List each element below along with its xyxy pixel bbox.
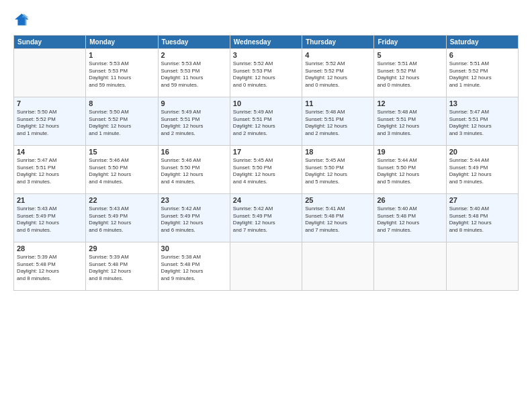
calendar-cell: 24Sunrise: 5:42 AM Sunset: 5:49 PM Dayli… [230, 194, 302, 242]
day-info: Sunrise: 5:48 AM Sunset: 5:51 PM Dayligh… [305, 109, 371, 137]
day-number: 13 [449, 99, 515, 107]
day-number: 28 [17, 244, 83, 253]
day-number: 30 [161, 244, 227, 253]
calendar-cell: 30Sunrise: 5:38 AM Sunset: 5:48 PM Dayli… [158, 242, 230, 291]
calendar-cell: 1Sunrise: 5:53 AM Sunset: 5:53 PM Daylig… [86, 49, 158, 97]
day-info: Sunrise: 5:45 AM Sunset: 5:50 PM Dayligh… [305, 157, 371, 185]
calendar-cell: 3Sunrise: 5:52 AM Sunset: 5:53 PM Daylig… [230, 49, 302, 97]
weekday-header-thursday: Thursday [302, 36, 374, 49]
day-info: Sunrise: 5:52 AM Sunset: 5:53 PM Dayligh… [233, 60, 299, 89]
day-number: 22 [89, 196, 154, 204]
calendar-cell: 22Sunrise: 5:43 AM Sunset: 5:49 PM Dayli… [86, 194, 158, 242]
calendar-cell: 5Sunrise: 5:51 AM Sunset: 5:52 PM Daylig… [374, 49, 446, 97]
day-info: Sunrise: 5:38 AM Sunset: 5:48 PM Dayligh… [161, 254, 227, 282]
calendar-cell: 16Sunrise: 5:46 AM Sunset: 5:50 PM Dayli… [158, 146, 230, 194]
calendar-cell: 4Sunrise: 5:52 AM Sunset: 5:52 PM Daylig… [302, 49, 374, 97]
day-info: Sunrise: 5:47 AM Sunset: 5:51 PM Dayligh… [17, 157, 83, 185]
day-info: Sunrise: 5:43 AM Sunset: 5:49 PM Dayligh… [17, 205, 83, 234]
calendar-cell: 20Sunrise: 5:44 AM Sunset: 5:49 PM Dayli… [446, 146, 518, 194]
day-number: 3 [233, 51, 299, 59]
calendar-cell: 26Sunrise: 5:40 AM Sunset: 5:48 PM Dayli… [374, 194, 446, 242]
calendar-cell: 18Sunrise: 5:45 AM Sunset: 5:50 PM Dayli… [302, 146, 374, 194]
day-number: 19 [377, 148, 443, 156]
day-number: 21 [17, 196, 83, 204]
day-number: 18 [305, 148, 371, 156]
calendar-cell: 19Sunrise: 5:44 AM Sunset: 5:50 PM Dayli… [374, 146, 446, 194]
weekday-header-saturday: Saturday [446, 36, 518, 49]
week-row-2: 7Sunrise: 5:50 AM Sunset: 5:52 PM Daylig… [14, 97, 519, 146]
day-info: Sunrise: 5:39 AM Sunset: 5:48 PM Dayligh… [17, 254, 83, 282]
calendar-cell: 9Sunrise: 5:49 AM Sunset: 5:51 PM Daylig… [158, 97, 230, 146]
day-number: 26 [377, 196, 443, 204]
day-info: Sunrise: 5:49 AM Sunset: 5:51 PM Dayligh… [233, 109, 299, 137]
day-info: Sunrise: 5:40 AM Sunset: 5:48 PM Dayligh… [377, 205, 443, 234]
calendar-cell: 25Sunrise: 5:41 AM Sunset: 5:48 PM Dayli… [302, 194, 374, 242]
calendar-cell: 28Sunrise: 5:39 AM Sunset: 5:48 PM Dayli… [14, 242, 86, 291]
day-info: Sunrise: 5:42 AM Sunset: 5:49 PM Dayligh… [233, 205, 299, 234]
calendar-cell: 2Sunrise: 5:53 AM Sunset: 5:53 PM Daylig… [158, 49, 230, 97]
day-info: Sunrise: 5:42 AM Sunset: 5:49 PM Dayligh… [161, 205, 227, 234]
calendar-cell: 8Sunrise: 5:50 AM Sunset: 5:52 PM Daylig… [86, 97, 158, 146]
weekday-header-friday: Friday [374, 36, 446, 49]
day-number: 14 [17, 148, 83, 156]
calendar-cell: 17Sunrise: 5:45 AM Sunset: 5:50 PM Dayli… [230, 146, 302, 194]
week-row-3: 14Sunrise: 5:47 AM Sunset: 5:51 PM Dayli… [14, 146, 519, 194]
day-info: Sunrise: 5:44 AM Sunset: 5:50 PM Dayligh… [377, 157, 443, 185]
logo-icon [15, 12, 30, 27]
day-number: 27 [449, 196, 515, 204]
week-row-4: 21Sunrise: 5:43 AM Sunset: 5:49 PM Dayli… [14, 194, 519, 242]
day-number: 16 [161, 148, 227, 156]
week-row-1: 1Sunrise: 5:53 AM Sunset: 5:53 PM Daylig… [14, 49, 519, 97]
day-info: Sunrise: 5:45 AM Sunset: 5:50 PM Dayligh… [233, 157, 299, 185]
weekday-header-monday: Monday [86, 36, 158, 49]
day-number: 9 [161, 99, 227, 107]
calendar-cell [230, 242, 302, 291]
day-info: Sunrise: 5:43 AM Sunset: 5:49 PM Dayligh… [89, 205, 154, 234]
day-info: Sunrise: 5:53 AM Sunset: 5:53 PM Dayligh… [89, 60, 154, 89]
calendar-cell [374, 242, 446, 291]
day-number: 24 [233, 196, 299, 204]
day-number: 11 [305, 99, 371, 107]
day-info: Sunrise: 5:53 AM Sunset: 5:53 PM Dayligh… [161, 60, 227, 89]
day-number: 10 [233, 99, 299, 107]
calendar-cell: 23Sunrise: 5:42 AM Sunset: 5:49 PM Dayli… [158, 194, 230, 242]
logo [13, 12, 31, 30]
day-number: 23 [161, 196, 227, 204]
day-info: Sunrise: 5:44 AM Sunset: 5:49 PM Dayligh… [449, 157, 515, 185]
day-number: 7 [17, 99, 83, 107]
calendar-cell [446, 242, 518, 291]
day-number: 1 [89, 51, 154, 59]
weekday-header-wednesday: Wednesday [230, 36, 302, 49]
day-number: 6 [449, 51, 515, 59]
header [13, 12, 519, 30]
weekday-header-row: SundayMondayTuesdayWednesdayThursdayFrid… [14, 36, 519, 49]
day-number: 17 [233, 148, 299, 156]
calendar-cell: 15Sunrise: 5:46 AM Sunset: 5:50 PM Dayli… [86, 146, 158, 194]
day-info: Sunrise: 5:48 AM Sunset: 5:51 PM Dayligh… [377, 109, 443, 137]
calendar-cell: 14Sunrise: 5:47 AM Sunset: 5:51 PM Dayli… [14, 146, 86, 194]
page: SundayMondayTuesdayWednesdayThursdayFrid… [0, 0, 532, 411]
day-number: 4 [305, 51, 371, 59]
day-number: 29 [89, 244, 154, 253]
calendar-cell: 13Sunrise: 5:47 AM Sunset: 5:51 PM Dayli… [446, 97, 518, 146]
calendar-cell: 27Sunrise: 5:40 AM Sunset: 5:48 PM Dayli… [446, 194, 518, 242]
day-info: Sunrise: 5:46 AM Sunset: 5:50 PM Dayligh… [161, 157, 227, 185]
day-info: Sunrise: 5:50 AM Sunset: 5:52 PM Dayligh… [89, 109, 154, 137]
weekday-header-sunday: Sunday [14, 36, 86, 49]
calendar-cell: 11Sunrise: 5:48 AM Sunset: 5:51 PM Dayli… [302, 97, 374, 146]
day-info: Sunrise: 5:47 AM Sunset: 5:51 PM Dayligh… [449, 109, 515, 137]
calendar-cell: 21Sunrise: 5:43 AM Sunset: 5:49 PM Dayli… [14, 194, 86, 242]
day-number: 25 [305, 196, 371, 204]
day-info: Sunrise: 5:49 AM Sunset: 5:51 PM Dayligh… [161, 109, 227, 137]
day-number: 20 [449, 148, 515, 156]
day-info: Sunrise: 5:51 AM Sunset: 5:52 PM Dayligh… [377, 60, 443, 89]
day-info: Sunrise: 5:41 AM Sunset: 5:48 PM Dayligh… [305, 205, 371, 234]
day-info: Sunrise: 5:39 AM Sunset: 5:48 PM Dayligh… [89, 254, 154, 282]
calendar-cell [14, 49, 86, 97]
calendar: SundayMondayTuesdayWednesdayThursdayFrid… [13, 35, 519, 291]
calendar-cell: 7Sunrise: 5:50 AM Sunset: 5:52 PM Daylig… [14, 97, 86, 146]
calendar-cell [302, 242, 374, 291]
day-number: 15 [89, 148, 154, 156]
day-number: 12 [377, 99, 443, 107]
day-info: Sunrise: 5:51 AM Sunset: 5:52 PM Dayligh… [449, 60, 515, 89]
